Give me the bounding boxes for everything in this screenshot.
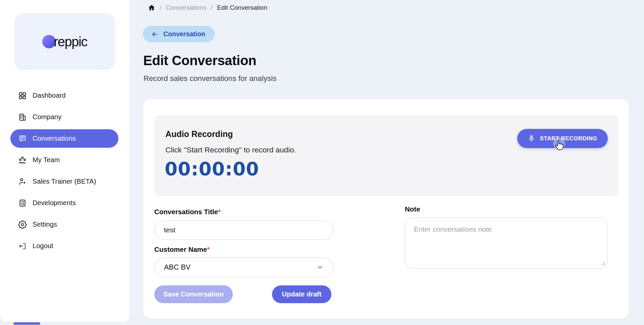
- audio-recording-instruction: Click "Start Recording" to record audio.: [165, 146, 296, 154]
- audio-recording-title: Audio Recording: [165, 129, 233, 139]
- chevron-down-icon: [316, 263, 324, 271]
- recording-timer: 00:00:00: [165, 158, 259, 180]
- sidebar-item-label: Logout: [33, 242, 53, 250]
- customer-name-value: ABC BV: [164, 263, 191, 272]
- logo-text: reppic: [54, 34, 87, 49]
- sidebar-item-dashboard[interactable]: Dashboard: [10, 86, 118, 105]
- sidebar-item-label: Sales Trainer (BETA): [33, 178, 96, 185]
- conversations-chat-icon: [18, 134, 27, 143]
- note-label: Note: [405, 205, 420, 213]
- customer-name-label: Customer Name*: [154, 245, 210, 253]
- breadcrumb-item-conversations[interactable]: Conversations: [166, 4, 206, 11]
- sidebar-item-logout[interactable]: Logout: [10, 237, 118, 255]
- sidebar-item-developments[interactable]: Developments: [10, 194, 118, 212]
- company-building-icon: [18, 113, 27, 122]
- required-marker: *: [207, 245, 210, 253]
- required-marker: *: [218, 208, 221, 216]
- sidebar-item-my-team[interactable]: My Team: [10, 151, 118, 169]
- sidebar-item-label: My Team: [33, 156, 60, 164]
- sidebar-item-settings[interactable]: Settings: [10, 215, 118, 234]
- settings-gear-icon: [18, 220, 27, 229]
- note-field-wrapper: [405, 218, 607, 269]
- save-conversation-button[interactable]: Save Conversation: [154, 285, 233, 303]
- note-textarea[interactable]: [405, 218, 607, 269]
- sidebar-item-sales-trainer-beta[interactable]: Sales Trainer (BETA): [10, 172, 118, 191]
- breadcrumb-item-current: Edit Conversation: [217, 4, 267, 11]
- sidebar-item-company[interactable]: Company: [10, 108, 118, 126]
- arrow-left-icon: [151, 30, 159, 38]
- breadcrumb: / Conversations / Edit Conversation: [148, 4, 267, 11]
- page-title: Edit Conversation: [143, 53, 256, 68]
- logo: reppic: [14, 13, 115, 70]
- customer-name-select[interactable]: ABC BV: [154, 258, 334, 277]
- dashboard-grid-icon: [18, 91, 27, 100]
- horizontal-scrollbar-thumb[interactable]: [13, 322, 40, 325]
- microphone-icon: [528, 135, 535, 142]
- page-subtitle: Record sales conversations for analysis: [144, 74, 276, 83]
- sidebar-item-label: Company: [33, 113, 61, 121]
- update-draft-button[interactable]: Update draft: [272, 285, 331, 303]
- conversations-title-input[interactable]: [154, 220, 334, 240]
- home-icon[interactable]: [148, 4, 155, 11]
- sidebar-item-label: Settings: [33, 221, 57, 228]
- back-to-conversation-button[interactable]: Conversation: [143, 26, 215, 42]
- sidebar-item-label: Dashboard: [33, 92, 66, 99]
- my-team-people-icon: [18, 156, 27, 165]
- sidebar-item-conversations[interactable]: Conversations: [10, 129, 118, 148]
- sales-trainer-person-star-icon: [18, 177, 27, 186]
- edit-conversation-card: Audio Recording Click "Start Recording" …: [143, 99, 629, 319]
- resize-handle-icon[interactable]: [601, 262, 605, 266]
- conversations-title-label: Conversations Title*: [154, 208, 221, 216]
- developments-clipboard-icon: [18, 199, 27, 207]
- sidebar-item-label: Developments: [33, 199, 76, 207]
- start-recording-label: START RECORDING: [540, 135, 597, 142]
- sidebar-item-label: Conversations: [33, 135, 76, 142]
- back-button-label: Conversation: [163, 30, 205, 38]
- cursor-pointer-icon: [554, 140, 564, 151]
- breadcrumb-separator: /: [160, 4, 161, 11]
- sidebar: reppic DashboardCompanyConversationsMy T…: [0, 0, 129, 322]
- sidebar-nav: DashboardCompanyConversationsMy TeamSale…: [10, 86, 118, 258]
- logout-icon: [18, 242, 27, 250]
- audio-recording-panel: Audio Recording Click "Start Recording" …: [154, 115, 619, 196]
- breadcrumb-separator: /: [211, 4, 213, 11]
